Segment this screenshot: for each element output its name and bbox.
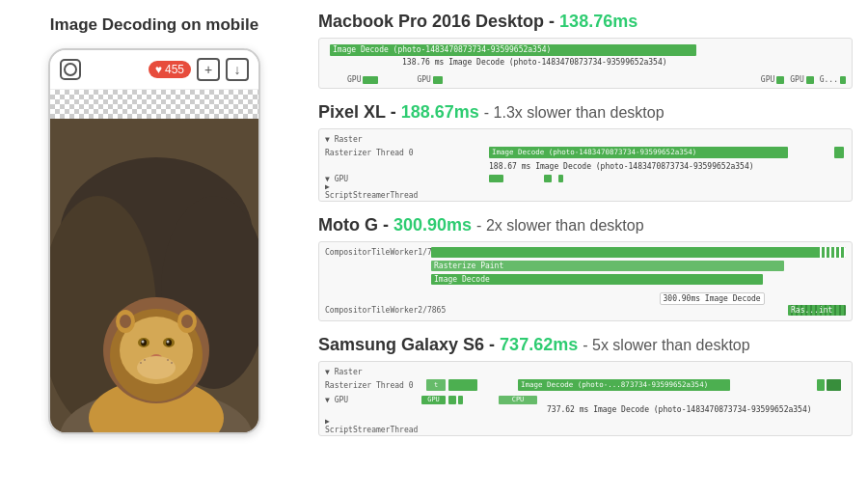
gpu-group-1: GPU bbox=[347, 75, 378, 84]
motog-trace: CompositorTileWorker1/7864 Rasterize Pai… bbox=[318, 241, 853, 321]
motog-tooltip: 300.90ms Image Decode bbox=[660, 292, 765, 305]
download-button[interactable]: ↓ bbox=[226, 58, 249, 81]
svg-point-18 bbox=[120, 315, 131, 328]
phone-header: ♥ 455 + ↓ bbox=[50, 50, 258, 90]
gpu-group-2: GPU bbox=[417, 75, 442, 84]
benchmark-samsung: Samsung Galaxy S6 - 737.62ms - 5x slower… bbox=[318, 335, 853, 436]
svg-point-13 bbox=[142, 341, 145, 344]
macbook-title: Macbook Pro 2016 Desktop - 138.76ms bbox=[318, 12, 853, 32]
motog-decode-bar: Image Decode bbox=[431, 274, 763, 285]
macbook-gpu-row: GPU GPU GPU GPU G... bbox=[325, 75, 846, 84]
page-title: Image Decoding on mobile bbox=[50, 15, 258, 35]
motog-title: Moto G - 300.90ms - 2x slower than deskt… bbox=[318, 215, 853, 235]
like-count: 455 bbox=[165, 63, 184, 76]
motog-rasterize-bar: Rasterize Paint bbox=[431, 261, 784, 271]
like-badge: ♥ 455 bbox=[149, 61, 191, 78]
samsung-thread-label: Rasterizer Thread 0 bbox=[325, 381, 421, 390]
pixel-bar-end bbox=[834, 147, 844, 158]
motog-worker1-label: CompositorTileWorker1/7864 bbox=[325, 248, 431, 257]
motog-device: Moto G bbox=[318, 215, 378, 235]
camera-icon bbox=[60, 59, 81, 80]
macbook-trace: Image Decode (photo-1483470873734-935996… bbox=[318, 38, 853, 89]
motog-worker2-label: CompositorTileWorker2/7865 bbox=[325, 306, 431, 315]
svg-point-23 bbox=[167, 359, 169, 361]
pixel-title: Pixel XL - 188.67ms - 1.3x slower than d… bbox=[318, 102, 853, 123]
svg-point-19 bbox=[181, 315, 193, 328]
benchmark-pixel: Pixel XL - 188.67ms - 1.3x slower than d… bbox=[318, 102, 853, 202]
samsung-raster-label: ▼ Raster bbox=[325, 368, 421, 376]
pixel-device: Pixel XL bbox=[318, 102, 386, 122]
svg-point-14 bbox=[167, 341, 170, 344]
samsung-trace: ▼ Raster Rasterizer Thread 0 t Image Dec… bbox=[318, 361, 853, 436]
pixel-trace: ▼ Raster Rasterizer Thread 0 Image Decod… bbox=[318, 128, 853, 202]
pixel-time: 188.67ms bbox=[401, 102, 479, 122]
svg-point-20 bbox=[137, 356, 176, 379]
benchmark-macbook: Macbook Pro 2016 Desktop - 138.76ms Imag… bbox=[318, 12, 853, 89]
benchmark-motog: Moto G - 300.90ms - 2x slower than deskt… bbox=[318, 215, 853, 321]
macbook-time: 138.76ms bbox=[559, 12, 637, 31]
svg-point-21 bbox=[144, 359, 146, 361]
samsung-cpu-bar: CPU bbox=[499, 396, 537, 404]
pixel-thread-label: Rasterizer Thread 0 bbox=[325, 149, 421, 157]
samsung-tooltip: 737.62 ms Image Decode (photo-1483470873… bbox=[547, 405, 812, 414]
motog-time: 300.90ms bbox=[393, 215, 472, 235]
pixel-tooltip: 188.67 ms Image Decode (photo-1483470873… bbox=[421, 162, 846, 171]
svg-point-22 bbox=[140, 362, 142, 364]
pixel-decode-bar: Image Decode (photo-1483470873734-935996… bbox=[489, 147, 788, 158]
gpu-group-3: GPU GPU G... bbox=[761, 75, 846, 84]
motog-worker1-bar bbox=[431, 247, 846, 258]
macbook-main-bar: Image Decode (photo-1483470873734-935996… bbox=[330, 44, 696, 56]
pixel-script-label: ▶ ScriptStreamerThread bbox=[325, 182, 421, 200]
samsung-title: Samsung Galaxy S6 - 737.62ms - 5x slower… bbox=[318, 335, 853, 355]
right-panel: Macbook Pro 2016 Desktop - 138.76ms Imag… bbox=[309, 0, 868, 497]
samsung-gpu-label: ▼ GPU bbox=[325, 396, 421, 404]
phone-frame: ♥ 455 + ↓ bbox=[48, 48, 260, 434]
plus-button[interactable]: + bbox=[197, 58, 220, 81]
samsung-decode-bar: Image Decode (photo-...873734-93599652a3… bbox=[518, 379, 730, 391]
samsung-t-bar: t bbox=[426, 379, 446, 391]
samsung-time: 737.62ms bbox=[500, 335, 578, 354]
svg-point-24 bbox=[171, 362, 173, 364]
left-panel: Image Decoding on mobile ♥ 455 + ↓ bbox=[0, 0, 309, 497]
lion-image bbox=[50, 119, 258, 432]
phone-image bbox=[50, 90, 258, 432]
macbook-device: Macbook Pro 2016 Desktop bbox=[318, 12, 544, 31]
pixel-raster-label: ▼ Raster bbox=[325, 135, 421, 144]
macbook-tooltip: 138.76 ms Image Decode (photo-1483470873… bbox=[402, 58, 667, 67]
heart-icon: ♥ bbox=[155, 63, 162, 76]
motog-ras-label: Ras...int bbox=[788, 305, 846, 316]
samsung-script-label: ▶ ScriptStreamerThread bbox=[325, 417, 421, 434]
samsung-device: Samsung Galaxy S6 bbox=[318, 335, 484, 354]
